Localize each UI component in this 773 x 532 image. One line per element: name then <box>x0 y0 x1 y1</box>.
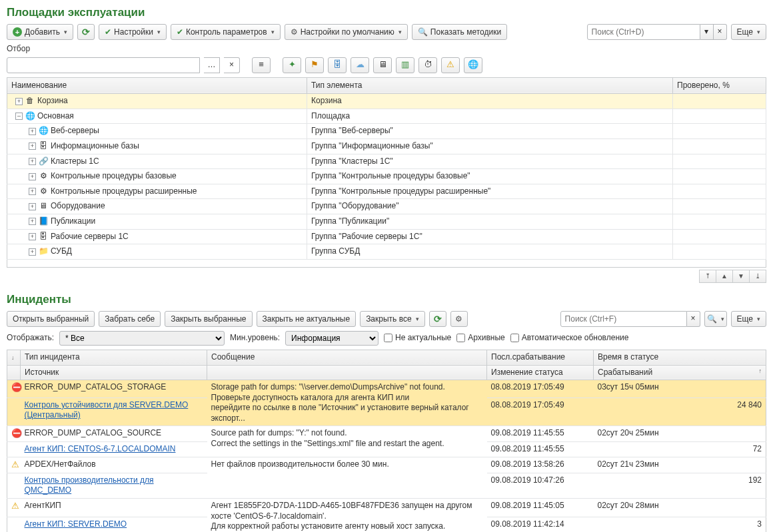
inc-more-button[interactable]: Еще ▾ <box>731 311 766 327</box>
tree-item-type: Группа "Публикации" <box>307 214 673 230</box>
tree-row[interactable]: +🗄Информационные базыГруппа "Информацион… <box>7 139 766 154</box>
tree-row[interactable]: +🖥ОборудованиеГруппа "Оборудование" <box>7 199 766 214</box>
plus-icon <box>13 27 22 37</box>
col-name[interactable]: Наименование <box>7 77 307 94</box>
inc-gear-button[interactable]: ⚙ <box>450 311 468 327</box>
take-self-button[interactable]: Забрать себе <box>99 311 161 327</box>
areas-grid[interactable]: Наименование Тип элемента Проверено, % +… <box>7 77 766 260</box>
filter-icon-server[interactable]: 🖥 <box>373 57 392 73</box>
inc-search-clear[interactable]: × <box>687 311 700 327</box>
expand-toggle[interactable]: + <box>29 248 36 256</box>
tree-row[interactable]: +🔗Кластеры 1СГруппа "Кластеры 1С" <box>7 154 766 169</box>
auto-refresh-checkbox[interactable] <box>510 334 519 342</box>
more-button[interactable]: Еще ▾ <box>731 24 766 40</box>
inc-search-input[interactable] <box>560 311 687 327</box>
filter-icon-warning[interactable]: ⚠ <box>441 57 460 73</box>
expand-toggle[interactable]: + <box>29 142 36 150</box>
nav-first[interactable]: ⤒ <box>699 270 716 283</box>
tree-row[interactable]: +🌐Веб-серверыГруппа "Веб-серверы" <box>7 124 766 139</box>
filter-icon-flag[interactable]: ⚑ <box>305 57 324 73</box>
tree-row[interactable]: +🗑КорзинаКорзина <box>7 94 766 109</box>
expand-toggle[interactable]: + <box>15 98 23 105</box>
show-methods-button[interactable]: 🔍 Показать методики <box>412 24 507 40</box>
incident-source-link[interactable]: Контроль устойчивости для SERVER.DEMO (Ц… <box>25 400 189 420</box>
min-level-select[interactable]: Информация <box>285 331 379 346</box>
close-selected-button[interactable]: Закрыть выбранные <box>165 311 252 327</box>
incidents-grid[interactable]: ↓ Тип инцидента Сообщение Посл.срабатыва… <box>7 350 766 532</box>
open-selected-button[interactable]: Открыть выбранный <box>7 311 95 327</box>
tree-item-type: Группа "Контрольные процедуры расширенны… <box>307 184 673 199</box>
col-source[interactable]: Источник <box>21 365 207 380</box>
filter-input[interactable] <box>7 57 200 73</box>
incident-source-link[interactable]: Агент КИП: CENTOS-6-7.LOCALDOMAIN <box>25 444 176 453</box>
incidents-toolbar: Открыть выбранный Забрать себе Закрыть в… <box>7 311 766 327</box>
col-checked[interactable]: Проверено, % <box>673 77 766 94</box>
expand-toggle[interactable]: + <box>29 233 36 240</box>
filter-choose-button[interactable]: … <box>204 57 220 73</box>
refresh-button[interactable]: ⟳ <box>77 24 95 40</box>
expand-toggle[interactable]: + <box>29 188 36 195</box>
tree-row[interactable]: +🗄Рабочие серверы 1СГруппа "Рабочие серв… <box>7 229 766 244</box>
inc-refresh-button[interactable]: ⟳ <box>429 311 446 327</box>
expand-toggle[interactable]: + <box>29 203 36 210</box>
defaults-button[interactable]: ⚙ Настройки по умолчанию ▾ <box>285 24 408 40</box>
search-clear[interactable]: × <box>714 24 727 40</box>
expand-toggle[interactable]: – <box>15 113 23 120</box>
incident-row[interactable]: ⚠АгентКИПАгент 1E855F20-D7DA-11DD-A465-1… <box>7 499 766 517</box>
close-outdated-button[interactable]: Закрыть не актуальные <box>257 311 357 327</box>
filter-icon-timer[interactable]: ⏱ <box>418 57 437 73</box>
show-select[interactable]: * Все <box>59 331 225 346</box>
settings-button[interactable]: ✔ Настройки ▾ <box>99 24 167 40</box>
nav-down[interactable]: ▼ <box>732 270 750 283</box>
expand-toggle[interactable]: + <box>29 158 36 165</box>
search-input[interactable] <box>587 24 700 40</box>
filter-icon-cluster[interactable]: ✦ <box>283 57 301 73</box>
tree-row[interactable]: +📁СУБДГруппа СУБД <box>7 244 766 260</box>
expand-toggle[interactable]: + <box>29 128 36 135</box>
add-button[interactable]: Добавить ▾ <box>7 24 73 40</box>
col-inc-type[interactable]: Тип инцидента <box>21 350 207 365</box>
filter-icon-cloud[interactable]: ☁ <box>351 57 369 73</box>
col-type[interactable]: Тип элемента <box>307 77 673 94</box>
tree-row[interactable]: –🌐ОсновнаяПлощадка <box>7 109 766 124</box>
search-dropdown[interactable]: ▾ <box>700 24 714 40</box>
auto-refresh-check[interactable]: Автоматическое обновление <box>510 333 629 344</box>
filter-icon-db[interactable]: 🗄 <box>328 57 347 73</box>
not-actual-check[interactable]: Не актуальные <box>384 333 451 344</box>
filter-icon-fence[interactable]: ▥ <box>396 57 414 73</box>
col-time-in-status[interactable]: Время в статусе <box>594 350 766 365</box>
incident-row[interactable]: ⛔ERROR_DUMP_CATALOG_STORAGEStorage path … <box>7 380 766 398</box>
inc-search-options[interactable]: 🔍▾ <box>704 311 727 327</box>
col-status-change[interactable]: Изменение статуса <box>487 365 594 380</box>
tree-item-name: Информационные базы <box>51 141 139 152</box>
tree-row[interactable]: +⚙Контрольные процедуры расширенныеГрупп… <box>7 184 766 199</box>
filter-icon-globe[interactable]: 🌐 <box>464 57 482 73</box>
tree-item-checked <box>673 94 766 109</box>
col-triggers[interactable]: Срабатываний↑ <box>594 365 766 380</box>
nav-last[interactable]: ⤓ <box>749 270 766 283</box>
col-last-trigger[interactable]: Посл.срабатывание <box>487 350 594 365</box>
close-all-button[interactable]: Закрыть все ▾ <box>360 311 424 327</box>
expand-toggle[interactable]: + <box>29 173 36 180</box>
tree-item-type: Группа "Кластеры 1С" <box>307 154 673 169</box>
tree-row[interactable]: +⚙Контрольные процедуры базовыеГруппа "К… <box>7 169 766 184</box>
archived-checkbox[interactable] <box>456 334 465 342</box>
incident-row[interactable]: ⚠APDEX/НетФайловНет файлов производитель… <box>7 457 766 473</box>
expand-toggle[interactable]: + <box>29 218 36 225</box>
incident-row[interactable]: ⛔ERROR_DUMP_CATALOG_SOURCESource path fo… <box>7 426 766 442</box>
incident-source-link[interactable]: Агент КИП: SERVER.DEMO <box>25 519 127 529</box>
col-sort[interactable]: ↓ <box>7 350 21 365</box>
archived-check[interactable]: Архивные <box>456 333 505 344</box>
tree-item-icon: 🌐 <box>25 112 35 121</box>
tree-item-name: Кластеры 1С <box>51 156 99 167</box>
tree-item-checked <box>673 244 766 260</box>
tree-item-icon: 🔗 <box>39 156 48 166</box>
incident-source-link[interactable]: Контроль производительности для QMC_DEMO <box>25 475 154 495</box>
param-control-button[interactable]: ✔ Контроль параметров ▾ <box>171 24 281 40</box>
tree-row[interactable]: +📘ПубликацииГруппа "Публикации" <box>7 214 766 230</box>
col-msg[interactable]: Сообщение <box>207 350 487 365</box>
nav-up[interactable]: ▲ <box>716 270 733 283</box>
filter-clear-button[interactable]: × <box>224 57 240 73</box>
filter-icon-list[interactable]: ≡ <box>252 57 271 73</box>
not-actual-checkbox[interactable] <box>384 334 392 342</box>
